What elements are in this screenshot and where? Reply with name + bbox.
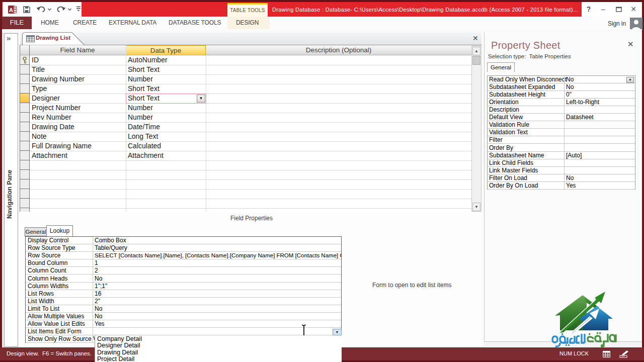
- svg-text:A: A: [9, 7, 13, 13]
